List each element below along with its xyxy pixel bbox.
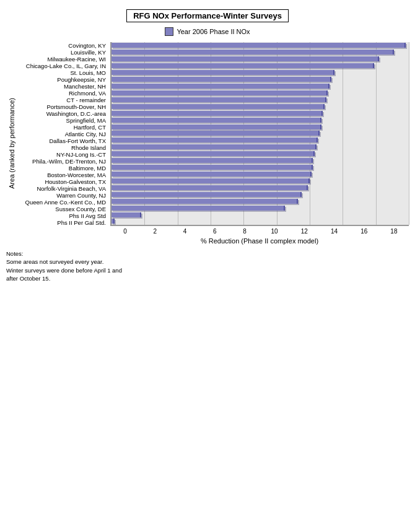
row-label: Portsmouth-Dover, NH [17,103,108,110]
bar-row [111,56,409,63]
bar-row [111,42,409,49]
x-tick: 12 [289,228,319,235]
bar [111,84,330,89]
row-label: Sussex County, DE [17,206,108,212]
bar-row [111,103,409,110]
bar [111,97,326,102]
row-label: Milwaukee-Racine, WI [17,56,108,63]
bar [111,104,325,109]
bar [111,206,285,211]
bar-row [111,144,409,150]
chart-title: RFG NOx Performance-Winter Surveys [126,9,289,22]
bar [111,77,331,82]
row-label: Covington, KY [17,42,108,49]
row-label: Springfield, MA [17,117,108,124]
bar [111,131,320,136]
y-axis-label: Area (ranked by performance) [8,98,15,189]
bar [111,219,115,224]
bar [111,178,310,183]
bar [111,199,298,204]
notes-line4: after October 15. [6,274,409,282]
row-label: Phs II Avg Std [17,212,108,219]
notes: Notes: Some areas not surveyed every yea… [6,250,409,282]
chart-inner: Covington, KYLouisville, KYMilwaukee-Rac… [17,42,409,245]
legend: Year 2006 Phase II NOx [6,27,409,36]
bar [111,124,321,129]
bar-row [111,211,409,218]
row-label: Richmond, VA [17,90,108,97]
x-axis: 024681012141618 [110,226,409,235]
bar-row [111,204,409,211]
x-tick: 14 [319,228,349,235]
row-label: Atlantic City, NJ [17,131,108,137]
bar [111,90,328,95]
bar-row [111,191,409,198]
bar-row [111,177,409,184]
x-axis-label: % Reduction (Phase II complex model) [110,237,409,245]
bar-row [111,123,409,130]
row-label: Washington, D.C.-area [17,110,108,117]
row-label: Chicago-Lake Co., IL, Gary, IN [17,63,108,69]
row-label: Phila.-Wilm, DE-Trenton, NJ [17,158,108,165]
x-tick: 18 [379,228,409,235]
bar [111,172,312,177]
notes-line2: Some areas not surveyed every year. [6,258,409,266]
row-label: Queen Anne Co.-Kent Co., MD [17,199,108,206]
x-tick: 6 [200,228,230,235]
bar [111,70,334,75]
bar [111,144,317,149]
row-label: Houston-Galveston, TX [17,178,108,185]
row-label: Warren County, NJ [17,192,108,199]
bar [111,137,318,142]
row-label: Hartford, CT [17,124,108,131]
bar-row [111,218,409,225]
bar-row [111,110,409,116]
grid-line [409,42,409,225]
bar-row [111,184,409,191]
row-label: Boston-Worcester, MA [17,172,108,178]
x-tick: 4 [170,228,199,235]
chart-area: Area (ranked by performance) Covington, … [6,42,409,245]
bar-row [111,150,409,157]
bar-row [111,76,409,83]
row-label: Poughkeepsie, NY [17,76,108,83]
x-tick: 10 [260,228,289,235]
bar [111,111,323,116]
bars-and-labels: Covington, KYLouisville, KYMilwaukee-Rac… [17,42,409,226]
bar [111,50,394,55]
bar [111,151,315,156]
bar-row [111,89,409,96]
title-wrapper: RFG NOx Performance-Winter Surveys [6,9,409,27]
bar-row [111,171,409,178]
bar-row [111,157,409,164]
bar-row [111,83,409,90]
bar-row [111,137,409,144]
bar [111,165,313,170]
row-label: St. Louis, MO [17,69,108,76]
bar-row [111,198,409,204]
row-label: Dallas-Fort Worth, TX [17,137,108,144]
bar [111,192,302,197]
bar-row [111,164,409,171]
legend-color-box [165,27,173,36]
bars-plot [110,42,409,226]
bar [111,63,374,68]
bar-row [111,69,409,76]
bar [111,212,141,217]
bar [111,185,308,190]
bar-row [111,116,409,123]
bar-row [111,130,409,137]
x-tick: 8 [230,228,260,235]
y-axis-label-container: Area (ranked by performance) [6,42,17,245]
legend-label: Year 2006 Phase II NOx [177,28,250,35]
bar-row [111,63,409,69]
bar-row [111,96,409,103]
notes-line1: Notes: [6,250,409,258]
row-label: CT - remainder [17,97,108,103]
bar [111,158,313,163]
row-labels: Covington, KYLouisville, KYMilwaukee-Rac… [17,42,110,226]
row-label: Norfolk-Virginia Beach, VA [17,185,108,192]
x-tick: 2 [140,228,170,235]
bar [111,118,321,123]
x-tick: 0 [110,228,140,235]
